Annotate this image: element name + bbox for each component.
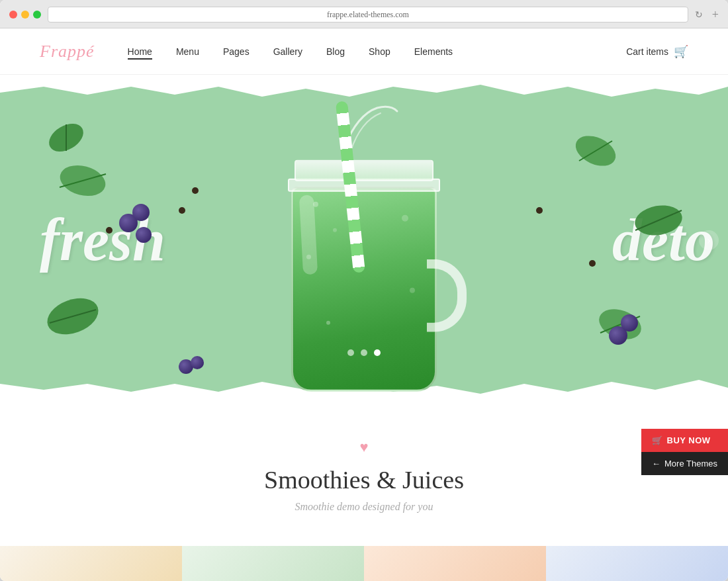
arrow-left-icon: ← — [652, 459, 660, 469]
slide-dot-1[interactable] — [347, 349, 354, 356]
address-bar[interactable]: frappe.elated-themes.com — [48, 7, 688, 22]
coffee-bean-2 — [179, 207, 185, 214]
leaf-mid-right — [629, 194, 688, 247]
minimize-button[interactable] — [21, 11, 29, 19]
more-themes-label: More Themes — [664, 459, 717, 469]
cart-icon: 🛒 — [674, 44, 688, 59]
site-header: Frappé Home Menu Pages Gallery Blog Shop… — [0, 28, 728, 75]
next-slide-arrow[interactable]: › — [699, 230, 719, 250]
buy-now-label: BUY NOW — [667, 435, 711, 445]
close-button[interactable] — [9, 11, 17, 19]
leaf-bottom-left — [40, 287, 106, 346]
coffee-bean-1 — [192, 187, 199, 194]
maximize-button[interactable] — [33, 11, 41, 19]
nav-menu[interactable]: Menu — [176, 46, 199, 57]
nav-pages[interactable]: Pages — [223, 46, 250, 57]
slide-dot-2[interactable] — [361, 349, 367, 356]
site-logo[interactable]: Frappé — [40, 42, 95, 62]
nav-home[interactable]: Home — [128, 46, 152, 57]
leaf-mid-left — [53, 154, 113, 207]
coffee-bean-4 — [536, 207, 543, 214]
coffee-bean-3 — [106, 227, 113, 234]
cart-label: Cart items — [626, 46, 668, 57]
new-tab-button[interactable]: + — [712, 8, 719, 22]
url-text: frappe.elated-themes.com — [327, 10, 409, 20]
browser-window: frappe.elated-themes.com ↻ + Frappé Home… — [0, 0, 728, 581]
main-nav: Home Menu Pages Gallery Blog Shop Elemen… — [128, 46, 627, 57]
product-card-2[interactable] — [182, 546, 364, 581]
section-title: Smoothies & Juices — [13, 465, 715, 494]
smoothie-jar — [258, 101, 470, 392]
nav-elements[interactable]: Elements — [414, 46, 453, 57]
nav-shop[interactable]: Shop — [369, 46, 390, 57]
window-controls — [9, 11, 41, 19]
heart-icon: ♥ — [13, 439, 715, 456]
product-card-1[interactable] — [0, 546, 182, 581]
cart-small-icon: 🛒 — [652, 435, 663, 445]
slide-dot-3[interactable] — [374, 349, 381, 356]
cart-area[interactable]: Cart items 🛒 — [626, 44, 688, 59]
intro-section: ♥ Smoothies & Juices Smoothie demo desig… — [0, 406, 728, 533]
browser-chrome: frappe.elated-themes.com ↻ + — [0, 0, 728, 28]
buy-now-button[interactable]: 🛒 BUY NOW — [641, 429, 728, 452]
coffee-bean-5 — [589, 260, 596, 267]
floating-buttons: 🛒 BUY NOW ← More Themes — [641, 429, 728, 475]
more-themes-button[interactable]: ← More Themes — [641, 452, 728, 475]
hero-section: fresh deto — [0, 75, 728, 406]
slider-dots — [347, 349, 381, 356]
product-card-4[interactable] — [546, 546, 728, 581]
leaf-top-right — [569, 128, 622, 174]
section-subtitle: Smoothie demo designed for you — [13, 501, 715, 513]
product-grid — [0, 546, 728, 581]
nav-blog[interactable]: Blog — [326, 46, 345, 57]
nav-gallery[interactable]: Gallery — [273, 46, 302, 57]
refresh-button[interactable]: ↻ — [695, 9, 703, 21]
jar-body — [291, 160, 437, 392]
product-card-3[interactable] — [364, 546, 546, 581]
page-content: Frappé Home Menu Pages Gallery Blog Shop… — [0, 28, 728, 581]
